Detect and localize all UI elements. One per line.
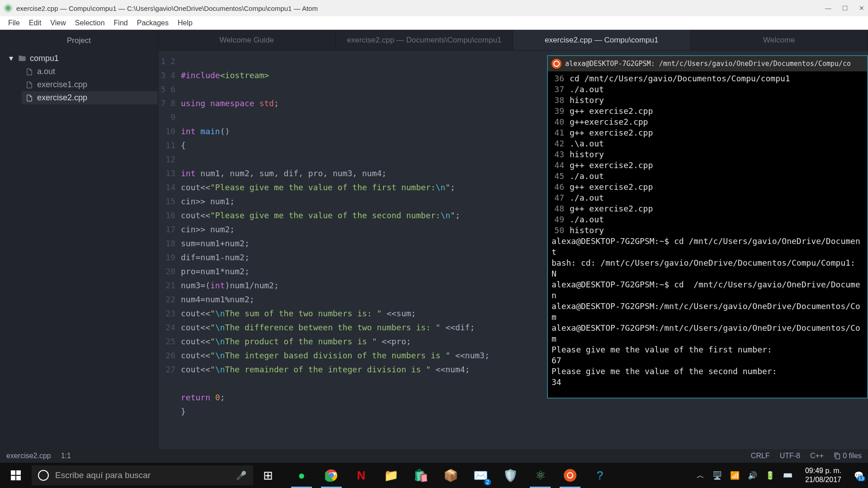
taskbar-spotify[interactable]: ● xyxy=(287,463,316,488)
menu-view[interactable]: View xyxy=(46,17,70,29)
tab-label: exercise2.cpp — Compu\compu1 xyxy=(545,36,658,45)
tab-exercise2-compu[interactable]: exercise2.cpp — Compu\compu1 xyxy=(513,30,691,50)
taskbar-netflix[interactable]: N xyxy=(346,463,376,488)
status-position[interactable]: 1:1 xyxy=(61,452,71,460)
minimize-button[interactable]: — xyxy=(825,5,831,12)
task-view-button[interactable]: ⊞ xyxy=(253,463,283,488)
file-icon xyxy=(25,68,33,76)
taskbar-store[interactable]: 🛍️ xyxy=(406,463,436,488)
tree-file-active[interactable]: exercise2.cpp xyxy=(22,91,158,104)
maximize-button[interactable]: ☐ xyxy=(842,5,848,12)
system-tray: ︿ 🖥️ 📶 🔊 🔋 ⌨️ 09:49 p. m. 21/08/2017 💬13 xyxy=(692,466,868,484)
folder-label: compu1 xyxy=(30,54,59,63)
atom-logo-icon xyxy=(4,4,13,13)
taskbar-atom[interactable]: ⚛ xyxy=(525,463,555,488)
tray-chevron-icon[interactable]: ︿ xyxy=(697,470,704,481)
clock-date: 21/08/2017 xyxy=(805,475,841,484)
taskbar-defender[interactable]: 🛡️ xyxy=(495,463,525,488)
windows-taskbar: Escribe aquí para buscar 🎤 ⊞ ● N 📁 🛍️ 📦 … xyxy=(0,463,868,488)
menu-file[interactable]: File xyxy=(4,17,24,29)
search-placeholder: Escribe aquí para buscar xyxy=(55,470,151,480)
sidebar-header: Project xyxy=(0,30,158,52)
taskbar-help[interactable]: ? xyxy=(585,463,615,488)
file-label: exercise1.cpp xyxy=(37,80,87,89)
status-files-label: 0 files xyxy=(843,452,862,460)
cortana-icon xyxy=(38,470,49,481)
status-eol[interactable]: CRLF xyxy=(751,452,770,460)
status-file[interactable]: exercise2.cpp xyxy=(6,452,51,460)
chevron-down-icon: ▾ xyxy=(9,53,14,63)
menu-edit[interactable]: Edit xyxy=(24,17,46,29)
file-icon xyxy=(25,94,33,102)
line-gutter: 1 2 3 4 5 6 7 8 9 10 11 12 13 14 15 16 1… xyxy=(158,51,181,449)
taskbar-ubuntu[interactable] xyxy=(555,463,585,488)
folder-icon xyxy=(18,54,26,62)
taskbar-explorer[interactable]: 📁 xyxy=(376,463,406,488)
terminal-body[interactable]: 36cd /mnt/c/Users/gavio/Documentos/Compu… xyxy=(548,71,867,399)
menu-selection[interactable]: Selection xyxy=(71,17,109,29)
terminal-title: alexa@DESKTOP-7G2GPSM: /mnt/c/Users/gavi… xyxy=(565,60,851,68)
tree-folder-root[interactable]: ▾ compu1 xyxy=(5,52,158,65)
menu-bar: File Edit View Selection Find Packages H… xyxy=(0,16,868,30)
status-bar: exercise2.cpp 1:1 CRLF UTF-8 C++ 0 files xyxy=(0,449,868,463)
close-button[interactable]: ✕ xyxy=(859,5,864,12)
status-encoding[interactable]: UTF-8 xyxy=(780,452,800,460)
taskbar-chrome[interactable] xyxy=(316,463,346,488)
tab-label: Welcome Guide xyxy=(219,36,274,45)
chrome-icon xyxy=(325,469,338,482)
start-button[interactable] xyxy=(0,463,32,488)
menu-help[interactable]: Help xyxy=(173,17,197,29)
notif-badge: 13 xyxy=(857,476,865,481)
tray-battery-icon[interactable]: 🔋 xyxy=(765,471,775,480)
tab-welcome[interactable]: Welcome xyxy=(691,30,868,50)
menu-packages[interactable]: Packages xyxy=(132,17,173,29)
file-label: a.out xyxy=(37,67,55,76)
status-files[interactable]: 0 files xyxy=(834,452,862,460)
clock-time: 09:49 p. m. xyxy=(805,466,841,475)
taskbar-clock[interactable]: 09:49 p. m. 21/08/2017 xyxy=(801,466,846,484)
ubuntu-icon xyxy=(564,469,576,482)
taskbar-mail[interactable]: ✉️2 xyxy=(466,463,495,488)
mail-badge: 2 xyxy=(484,479,491,485)
editor-tabs: Welcome Guide exercise2.cpp — Documents\… xyxy=(158,30,868,51)
tray-volume-icon[interactable]: 🔊 xyxy=(748,471,757,480)
tray-display-icon[interactable]: 🖥️ xyxy=(712,471,722,480)
window-title: exercise2.cpp — Compu\compu1 — C:\Users\… xyxy=(16,5,318,12)
files-icon xyxy=(834,452,841,460)
ubuntu-icon xyxy=(552,59,561,69)
code-content[interactable]: #include<iostream> using namespace std; … xyxy=(181,51,490,449)
windows-logo-icon xyxy=(11,470,21,480)
mic-icon[interactable]: 🎤 xyxy=(236,470,247,481)
tab-exercise2-documents[interactable]: exercise2.cpp — Documents\Compu\compu1 xyxy=(336,30,514,50)
taskbar-search[interactable]: Escribe aquí para buscar 🎤 xyxy=(32,465,253,485)
project-sidebar: Project ▾ compu1 a.out exercise1.cpp exe… xyxy=(0,30,158,449)
terminal-window[interactable]: alexa@DESKTOP-7G2GPSM: /mnt/c/Users/gavi… xyxy=(547,55,868,399)
tray-keyboard-icon[interactable]: ⌨️ xyxy=(783,471,793,480)
tree-file[interactable]: exercise1.cpp xyxy=(22,78,158,91)
file-icon xyxy=(25,81,33,89)
tree-file[interactable]: a.out xyxy=(22,65,158,78)
window-titlebar: exercise2.cpp — Compu\compu1 — C:\Users\… xyxy=(0,0,868,16)
tab-welcome-guide[interactable]: Welcome Guide xyxy=(158,30,336,50)
tab-label: exercise2.cpp — Documents\Compu\compu1 xyxy=(347,36,501,45)
taskbar-dropbox[interactable]: 📦 xyxy=(436,463,466,488)
tray-wifi-icon[interactable]: 📶 xyxy=(730,471,740,480)
menu-find[interactable]: Find xyxy=(109,17,132,29)
file-label: exercise2.cpp xyxy=(37,93,87,103)
terminal-titlebar[interactable]: alexa@DESKTOP-7G2GPSM: /mnt/c/Users/gavi… xyxy=(548,56,867,71)
notifications-icon[interactable]: 💬13 xyxy=(854,471,863,480)
tab-label: Welcome xyxy=(763,36,795,45)
status-lang[interactable]: C++ xyxy=(810,452,824,460)
